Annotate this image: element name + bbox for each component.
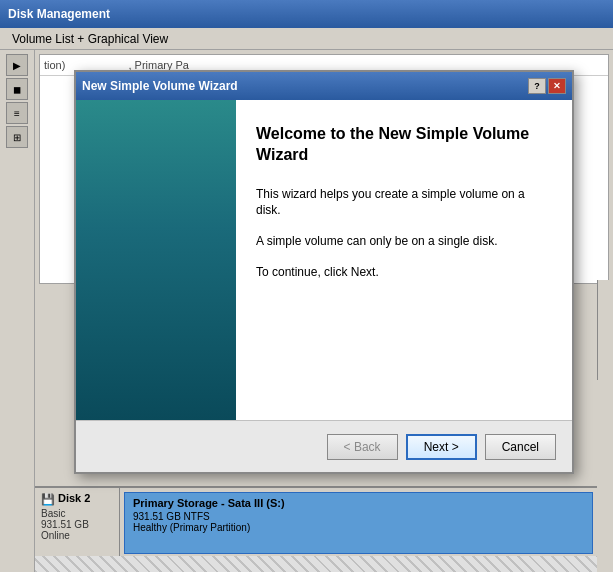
description-3: To continue, click Next. — [256, 264, 552, 281]
sidebar-icon-2[interactable]: ◼ — [6, 78, 28, 100]
sidebar-icon-3[interactable]: ≡ — [6, 102, 28, 124]
main-area: tion) , Primary Pa 💾 Disk 2 Basic 931.51… — [35, 50, 613, 572]
dialog-overlay: New Simple Volume Wizard ? ✕ Welcome to … — [35, 50, 613, 572]
menu-item-view[interactable]: Volume List + Graphical View — [4, 30, 176, 48]
dialog-left-panel — [76, 100, 236, 420]
cancel-button[interactable]: Cancel — [485, 434, 556, 460]
sidebar-icon-4[interactable]: ⊞ — [6, 126, 28, 148]
dialog-title: New Simple Volume Wizard — [82, 79, 238, 93]
dialog-help-button[interactable]: ? — [528, 78, 546, 94]
dialog-titlebar: New Simple Volume Wizard ? ✕ — [76, 72, 572, 100]
app-content: ▶ ◼ ≡ ⊞ tion) , Primary Pa — [0, 50, 613, 572]
welcome-title: Welcome to the New Simple Volume Wizard — [256, 124, 552, 166]
sidebar: ▶ ◼ ≡ ⊞ — [0, 50, 35, 572]
back-button[interactable]: < Back — [327, 434, 398, 460]
description-1: This wizard helps you create a simple vo… — [256, 186, 552, 220]
dialog-body: Welcome to the New Simple Volume Wizard … — [76, 100, 572, 420]
sidebar-icon-1[interactable]: ▶ — [6, 54, 28, 76]
dialog-right-panel: Welcome to the New Simple Volume Wizard … — [236, 100, 572, 420]
dialog-footer: < Back Next > Cancel — [76, 420, 572, 472]
next-button[interactable]: Next > — [406, 434, 477, 460]
application-background: Disk Management Volume List + Graphical … — [0, 0, 613, 572]
description-2: A simple volume can only be on a single … — [256, 233, 552, 250]
dialog-title-controls: ? ✕ — [528, 78, 566, 94]
app-titlebar: Disk Management — [0, 0, 613, 28]
dialog-close-button[interactable]: ✕ — [548, 78, 566, 94]
wizard-dialog: New Simple Volume Wizard ? ✕ Welcome to … — [74, 70, 574, 474]
app-menu: Volume List + Graphical View — [0, 28, 613, 50]
app-title: Disk Management — [8, 7, 110, 21]
